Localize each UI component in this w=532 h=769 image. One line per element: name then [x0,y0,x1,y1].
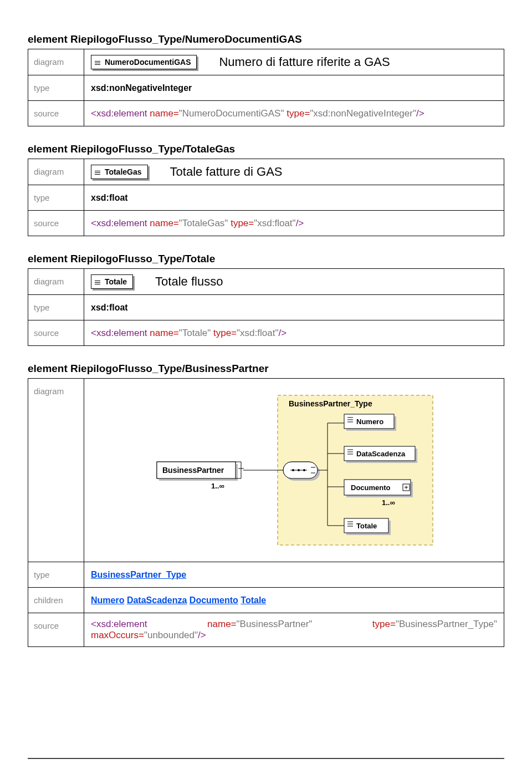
row-label-type: type [28,295,84,320]
box-label: Totale [105,277,127,286]
heading-name: RiepilogoFlusso_Type/BusinessPartner [70,363,269,374]
xsd-element-box: Totale [91,274,133,289]
row-label-type: type [28,75,84,101]
row-label-diagram: diagram [28,159,84,185]
description-text: Totale fatture di GAS [170,165,283,179]
source-value: <xsd:element name="Totale" type="xsd:flo… [84,320,504,346]
svg-text:1..∞: 1..∞ [382,498,395,507]
source-value: <xsd:element name="NumeroDocumentiGAS" t… [84,101,504,126]
tok-val: "NumeroDocumentiGAS" [179,108,284,119]
footer-rule [28,758,504,759]
heading-prefix: element [28,363,70,374]
row-label-source: source [28,613,84,647]
type-value: xsd:nonNegativeInteger [84,75,504,101]
type-value: BusinessPartner_Type [84,562,504,588]
type-link[interactable]: BusinessPartner_Type [91,570,186,579]
element-lines-icon [95,170,100,176]
row-label-type: type [28,562,84,588]
tok-close: /> [416,108,424,119]
heading-name: RiepilogoFlusso_Type/NumeroDocumentiGAS [70,33,302,45]
xsd-element-box: NumeroDocumentiGAS [91,55,197,69]
diagram-cell: NumeroDocumentiGAS Numero di fatture rif… [84,49,504,75]
section-heading-3: element RiepilogoFlusso_Type/Totale [28,253,504,265]
row-label-diagram: diagram [28,49,84,75]
row-label-diagram: diagram [28,269,84,295]
heading-prefix: element [28,253,70,264]
svg-text:Totale: Totale [356,522,377,530]
section-heading-2: element RiepilogoFlusso_Type/TotaleGas [28,143,504,155]
def-table-bp: diagram BusinessPartner_Type BusinessPar… [28,378,504,647]
source-value: <xsd:element name="BusinessPartner" type… [84,613,504,647]
row-label-children: children [28,588,84,613]
row-label-source: source [28,101,84,126]
child-link[interactable]: Documento [190,595,238,605]
svg-text:BusinessPartner: BusinessPartner [162,466,224,475]
description-text: Totale flusso [155,274,223,289]
diagram-cell: Totale Totale flusso [84,269,504,295]
heading-prefix: element [28,33,70,45]
type-value: xsd:float [84,185,504,211]
diagram-title: BusinessPartner_Type [289,399,372,408]
svg-text:Documento: Documento [351,483,391,492]
svg-text:1..∞: 1..∞ [211,482,224,490]
heading-prefix: element [28,143,70,155]
xsd-schema-diagram: BusinessPartner_Type BusinessPartner 1..… [150,390,438,551]
description-text: Numero di fatture riferite a GAS [219,55,390,69]
def-table-2: diagram TotaleGas Totale fatture di GAS … [28,159,504,236]
xsd-element-box: TotaleGas [91,165,148,179]
def-table-3: diagram Totale Totale flusso type xsd:fl… [28,268,504,346]
svg-text:Numero: Numero [356,417,383,426]
diagram-cell: TotaleGas Totale fatture di GAS [84,159,504,185]
element-lines-icon [95,60,100,66]
row-label-diagram: diagram [28,379,84,562]
section-heading-bp: element RiepilogoFlusso_Type/BusinessPar… [28,363,504,375]
tok-val: "xsd:nonNegativeInteger" [310,108,416,119]
box-label: TotaleGas [105,167,142,176]
tok-attr: name [150,108,173,119]
heading-name: RiepilogoFlusso_Type/Totale [70,253,215,264]
diagram-cell: BusinessPartner_Type BusinessPartner 1..… [84,379,504,562]
tok-el: <xsd:element [91,108,147,119]
child-link[interactable]: Totale [241,595,266,605]
heading-name: RiepilogoFlusso_Type/TotaleGas [70,143,235,155]
row-label-type: type [28,185,84,211]
root-element-box: BusinessPartner 1..∞ [157,462,244,490]
type-value: xsd:float [84,295,504,320]
element-lines-icon [95,279,100,286]
child-link[interactable]: Numero [91,595,124,605]
sequence-compositor [283,462,320,481]
def-table-1: diagram NumeroDocumentiGAS Numero di fat… [28,49,504,126]
row-label-source: source [28,320,84,346]
child-link[interactable]: DataScadenza [127,595,187,605]
section-heading-1: element RiepilogoFlusso_Type/NumeroDocum… [28,33,504,45]
svg-text:DataScadenza: DataScadenza [356,450,406,458]
source-value: <xsd:element name="TotaleGas" type="xsd:… [84,211,504,236]
children-links: Numero DataScadenza Documento Totale [84,588,504,613]
box-label: NumeroDocumentiGAS [105,58,191,67]
tok-attr: type [287,108,304,119]
row-label-source: source [28,211,84,236]
